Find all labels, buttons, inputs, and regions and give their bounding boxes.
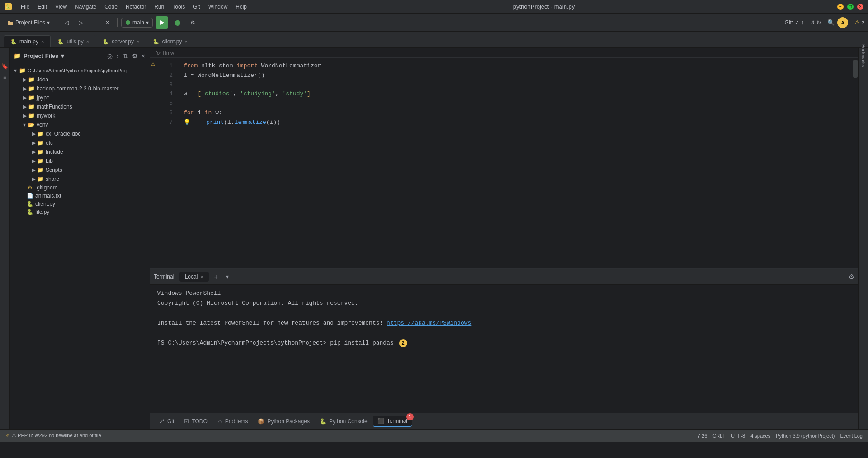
terminal-body[interactable]: Windows PowerShell Copyright (C) Microso…: [150, 285, 858, 413]
tab-git[interactable]: ⎇ Git: [154, 416, 179, 426]
tree-item-label: etc: [46, 140, 53, 146]
editor-content[interactable]: ⚠ 1 2 3 4 5 6 7 from nltk.stem import Wo…: [150, 58, 858, 268]
project-files-button[interactable]: Project Files ▾: [4, 18, 53, 28]
menu-run[interactable]: Run: [151, 2, 168, 11]
terminal-tab-local[interactable]: Local ×: [179, 272, 209, 282]
collapse-all-icon[interactable]: ↕: [115, 52, 120, 61]
tree-file-py[interactable]: 🐍 file.py: [10, 208, 150, 216]
indent-icon[interactable]: ≡: [1, 73, 9, 81]
close-sidebar-icon[interactable]: ×: [141, 52, 146, 61]
menu-tools[interactable]: Tools: [169, 2, 189, 11]
maximize-button[interactable]: □: [847, 4, 854, 10]
sort-icon[interactable]: ⇅: [122, 52, 129, 61]
code-editor[interactable]: from nltk.stem import WordNetLemmatizer …: [178, 58, 852, 268]
navigation-forward-button[interactable]: ▷: [75, 18, 86, 28]
python-version[interactable]: Python 3.9 (pythonProject): [776, 433, 835, 439]
expand-arrow: ▶: [30, 130, 37, 137]
tab-server-py[interactable]: 🐍 server.py ×: [96, 35, 146, 47]
debug-button[interactable]: ⬤: [171, 18, 184, 28]
tab-close-button[interactable]: ×: [41, 39, 44, 44]
tree-venv[interactable]: ▾ 📂 venv: [10, 120, 150, 129]
tab-client-py[interactable]: 🐍 client.py ×: [146, 35, 194, 47]
status-bar: ⚠ ⚠ PEP 8: W292 no newline at end of fil…: [0, 429, 868, 442]
warning-status[interactable]: ⚠ ⚠ PEP 8: W292 no newline at end of fil…: [5, 433, 101, 439]
tab-terminal[interactable]: ⬛ Terminal 1: [373, 416, 412, 427]
menu-window[interactable]: Window: [205, 2, 231, 11]
tree-etc[interactable]: ▶ 📁 etc: [10, 138, 150, 147]
tab-close-button[interactable]: ×: [86, 39, 89, 44]
menu-edit[interactable]: Edit: [34, 2, 51, 11]
tree-animals-txt[interactable]: 📄 animals.txt: [10, 192, 150, 200]
tab-close-button[interactable]: ×: [137, 39, 139, 44]
tree-idea[interactable]: ▶ 📁 .idea: [10, 75, 150, 84]
tree-scripts[interactable]: ▶ 📁 Scripts: [10, 165, 150, 175]
tab-close-button[interactable]: ×: [184, 39, 187, 44]
file-icon: 📄: [26, 193, 33, 199]
run-button[interactable]: [156, 16, 168, 29]
close-button[interactable]: ×: [857, 4, 863, 10]
tree-jpype[interactable]: ▶ 📁 jpype: [10, 93, 150, 102]
menu-view[interactable]: View: [52, 2, 71, 11]
minimize-button[interactable]: −: [837, 4, 844, 10]
bulb-icon[interactable]: 💡: [184, 118, 190, 127]
bookmarks-icon[interactable]: 🔖: [1, 62, 9, 71]
menu-help[interactable]: Help: [232, 2, 250, 11]
navigation-back-button[interactable]: ◁: [61, 18, 72, 28]
cursor-position[interactable]: 7:26: [698, 433, 707, 439]
close-all-button[interactable]: ✕: [102, 18, 113, 28]
encoding[interactable]: UTF-8: [731, 433, 745, 439]
tree-mywork[interactable]: ▶ 📁 mywork: [10, 111, 150, 120]
git-push-icon[interactable]: ↑: [801, 19, 804, 26]
terminal-tab-close[interactable]: ×: [200, 274, 203, 279]
tree-share[interactable]: ▶ 📁 share: [10, 175, 150, 184]
profile-button[interactable]: ⚙: [187, 18, 199, 28]
tree-include[interactable]: ▶ 📁 Include: [10, 147, 150, 156]
navigation-up-button[interactable]: ↑: [89, 18, 99, 28]
tab-python-packages[interactable]: 📦 Python Packages: [253, 416, 314, 426]
project-files-selector[interactable]: 📁 Project Files ▾: [14, 52, 104, 59]
event-log[interactable]: Event Log: [840, 433, 863, 439]
tree-mathfunctions[interactable]: ▶ 📁 mathFunctions: [10, 102, 150, 111]
bookmarks-right-icon[interactable]: Bookmarks: [861, 52, 866, 60]
menu-file[interactable]: File: [17, 2, 33, 11]
tab-problems[interactable]: ⚠ Problems: [213, 416, 253, 426]
terminal-icon: ⬛: [377, 418, 384, 424]
structure-icon[interactable]: ⋮: [2, 52, 7, 60]
editor-terminal-area: for i in w ⚠ 1 2 3 4 5 6 7 fr: [150, 48, 858, 429]
user-avatar[interactable]: A: [837, 17, 848, 28]
git-pull-icon[interactable]: ↓: [806, 19, 808, 26]
menu-navigate[interactable]: Navigate: [71, 2, 100, 11]
tab-main-py[interactable]: 🐍 main.py ×: [4, 35, 51, 47]
tab-todo[interactable]: ☑ TODO: [179, 416, 212, 426]
tab-python-console[interactable]: 🐍 Python Console: [315, 416, 372, 426]
scrollbar-thumb[interactable]: [853, 60, 858, 78]
terminal-settings-icon[interactable]: ⚙: [849, 273, 854, 280]
menu-code[interactable]: Code: [101, 2, 121, 11]
settings-icon[interactable]: ⚙: [131, 52, 139, 61]
terminal-line-3: [157, 308, 851, 318]
tree-hadoop[interactable]: ▶ 📁 hadoop-common-2.2.0-bin-master: [10, 84, 150, 93]
menu-refactor[interactable]: Refactor: [122, 2, 150, 11]
menu-git[interactable]: Git: [189, 2, 203, 11]
tab-utils-py[interactable]: 🐍 utils.py ×: [51, 35, 96, 47]
tree-client-py[interactable]: 🐍 client.py: [10, 200, 150, 208]
tree-item-label: jpype: [37, 94, 50, 101]
line-ending[interactable]: CRLF: [712, 433, 726, 439]
locate-file-icon[interactable]: ◎: [106, 52, 113, 61]
terminal-dropdown-button[interactable]: ▾: [223, 272, 231, 282]
git-undo-icon[interactable]: ↻: [816, 19, 821, 26]
tree-root[interactable]: ▾ 📁 C:\Users\Admin\PycharmProjects\pytho…: [10, 66, 150, 75]
tree-gitignore[interactable]: ⚙ .gitignore: [10, 184, 150, 192]
git-revert-icon[interactable]: ↺: [810, 19, 815, 26]
powershell-link[interactable]: https://aka.ms/PSWindows: [387, 320, 471, 326]
tree-cx-oracle[interactable]: ▶ 📁 cx_Oracle-doc: [10, 129, 150, 138]
indent-settings[interactable]: 4 spaces: [750, 433, 770, 439]
terminal-add-button[interactable]: +: [211, 271, 222, 282]
app-icon: 🐍: [5, 3, 12, 10]
git-check-icon[interactable]: ✓: [795, 19, 799, 26]
tree-lib[interactable]: ▶ 📁 Lib: [10, 156, 150, 165]
code-line-1: from nltk.stem import WordNetLemmatizer: [184, 61, 852, 71]
run-config-selector[interactable]: main ▾: [121, 18, 153, 28]
editor-scrollbar[interactable]: [852, 58, 858, 268]
search-button[interactable]: 🔍: [827, 19, 835, 26]
